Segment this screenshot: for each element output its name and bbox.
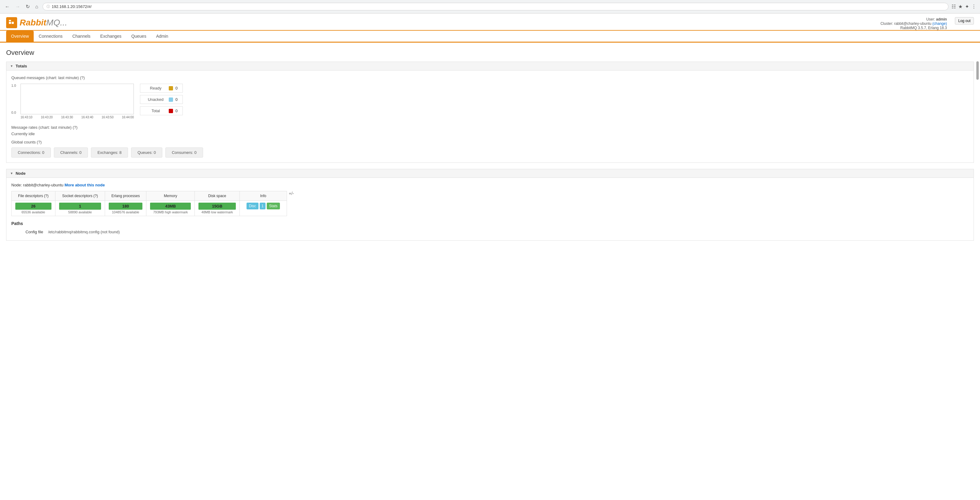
channels-count[interactable]: Channels: 0 [54,147,88,158]
consumers-count[interactable]: Consumers: 0 [165,147,203,158]
disk-space-cell: 15GB 48MB low watermark [195,201,240,216]
nav-item-admin[interactable]: Admin [151,31,173,42]
extensions-icon[interactable]: ✦ [965,4,969,10]
forward-button[interactable]: → [14,3,21,11]
node-section-header[interactable]: ▼ Node [6,169,974,178]
user-name: admin [936,17,947,21]
x-label-2: 16:43:30 [61,115,73,119]
url-text: 192.168.1.20:15672/#/ [52,4,92,9]
memory-sub: 793MB high watermark [150,210,191,214]
totals-section: ▼ Totals Queued messages (chart: last mi… [6,62,974,163]
nav-item-exchanges[interactable]: Exchanges [95,31,126,42]
grid-icon[interactable]: ☷ [951,4,956,10]
logo-text: RabbitMQ... [20,18,67,27]
home-button[interactable]: ⌂ [34,3,40,11]
config-file-row: Config file /etc/rabbitmq/rabbitmq.confi… [11,228,125,235]
legend-total-label: Total [145,109,166,113]
legend-total-dot [169,109,173,113]
legend-ready-dot [169,86,173,90]
erlang-processes-sub: 1048576 available [109,210,142,214]
reload-button[interactable]: ↻ [24,2,31,11]
message-rates-label: Message rates (chart: last minute) (?) [11,125,969,130]
node-row: 26 65536 available 1 58890 available 180… [12,201,287,216]
num-badge[interactable]: 1 [260,203,266,209]
cluster-change-link[interactable]: (change) [932,21,947,26]
socket-descriptors-cell: 1 58890 available [55,201,105,216]
node-section-body: Node: rabbit@charley-ubuntu More about t… [6,178,974,241]
th-socket-descriptors: Socket descriptors (?) [55,191,105,201]
legend-total-value: 0 [175,109,178,113]
back-button[interactable]: ← [4,3,11,11]
cluster-name: rabbit@charley-ubuntu [894,21,932,26]
svg-rect-0 [9,22,11,24]
config-file-label: Config file [11,228,48,235]
th-memory: Memory [146,191,195,201]
version-info: RabbitMQ 3.5.7, Erlang 18.3 [880,26,947,30]
node-more-link[interactable]: More about this node [65,183,105,187]
node-label: Node: rabbit@charley-ubuntu More about t… [11,183,969,187]
chart-x-labels: 16:43:10 16:43:20 16:43:30 16:43:40 16:4… [21,115,134,119]
chart-box [21,84,134,114]
totals-section-body: Queued messages (chart: last minute) (?)… [6,70,974,163]
memory-cell: 43MB 793MB high watermark [146,201,195,216]
th-file-descriptors: File descriptors (?) [12,191,56,201]
config-file-value: /etc/rabbitmq/rabbitmq.config (not found… [48,228,125,235]
svg-rect-2 [9,20,11,21]
legend-ready: Ready 0 [140,84,183,93]
star-icon[interactable]: ★ [958,4,963,10]
chart-legend: Ready 0 Unacked 0 Total 0 [140,84,183,115]
info-badges: Disc 1 Stats [243,203,283,209]
global-counts: Connections: 0 Channels: 0 Exchanges: 8 … [11,147,969,158]
totals-section-header[interactable]: ▼ Totals [6,62,974,70]
logo-icon [6,17,17,28]
queues-count[interactable]: Queues: 0 [131,147,162,158]
legend-unacked: Unacked 0 [140,95,183,104]
file-descriptors-sub: 65536 available [15,210,51,214]
erlang-processes-cell: 180 1048576 available [105,201,146,216]
legend-ready-value: 0 [175,86,178,90]
exchanges-count[interactable]: Exchanges: 8 [91,147,128,158]
stats-badge[interactable]: Stats [267,203,280,209]
erlang-processes-bar: 180 [109,203,142,210]
socket-descriptors-bar: 1 [59,203,101,210]
nav-item-overview[interactable]: Overview [6,31,34,42]
chart-area: 1.0 0.0 16:43:10 16:43:20 16:43:30 16:43… [11,84,969,119]
queued-messages-label: Queued messages (chart: last minute) (?) [11,75,969,80]
disk-space-bar: 15GB [199,203,235,210]
disc-badge[interactable]: Disc [247,203,258,209]
plus-minus-button[interactable]: +/- [289,191,294,196]
chart-y-bottom: 0.0 [11,111,16,114]
paths-table: Config file /etc/rabbitmq/rabbitmq.confi… [11,228,125,235]
th-disk-space: Disk space [195,191,240,201]
legend-ready-label: Ready [145,86,166,90]
address-bar[interactable]: ⓘ 192.168.1.20:15672/#/ [43,3,948,10]
socket-descriptors-sub: 58890 available [59,210,101,214]
logout-button[interactable]: Log out [955,17,974,24]
lock-icon: ⓘ [46,4,50,9]
chart-container: 1.0 0.0 16:43:10 16:43:20 16:43:30 16:43… [11,84,128,119]
main-nav: Overview Connections Channels Exchanges … [0,31,980,43]
legend-total: Total 0 [140,106,183,115]
currently-idle: Currently idle [11,131,969,136]
info-cell: Disc 1 Stats [240,201,286,216]
totals-arrow-icon: ▼ [10,64,13,68]
browser-chrome: ← → ↻ ⌂ ⓘ 192.168.1.20:15672/#/ ☷ ★ ✦ ⋮ [0,0,980,13]
node-more-text: More about this node [65,183,105,187]
menu-icon[interactable]: ⋮ [971,4,976,10]
user-info: User: admin Cluster: rabbit@charley-ubun… [880,17,947,30]
nav-item-queues[interactable]: Queues [126,31,151,42]
paths-title: Paths [11,221,969,226]
legend-unacked-label: Unacked [145,97,166,102]
node-section-label: Node [16,171,26,176]
nav-item-channels[interactable]: Channels [67,31,95,42]
svg-rect-1 [12,22,14,24]
node-section: ▼ Node Node: rabbit@charley-ubuntu More … [6,169,974,241]
page-content: Overview ▼ Totals Queued messages (chart… [0,43,980,253]
th-info: Info [240,191,286,201]
browser-actions: ☷ ★ ✦ ⋮ [951,4,976,10]
node-table: File descriptors (?) Socket descriptors … [11,191,287,216]
connections-count[interactable]: Connections: 0 [11,147,51,158]
scrollbar[interactable] [976,61,979,80]
nav-item-connections[interactable]: Connections [34,31,67,42]
app-header: RabbitMQ... User: admin Cluster: rabbit@… [0,13,980,31]
